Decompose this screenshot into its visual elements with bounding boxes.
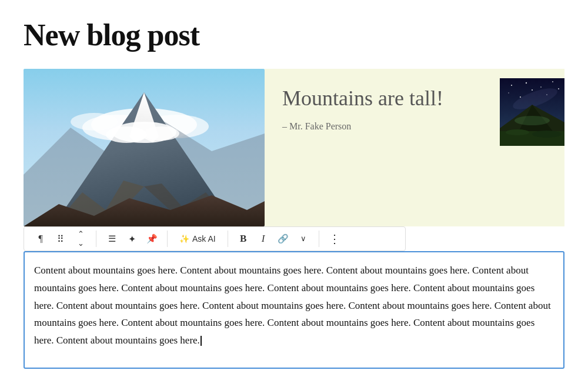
options-button[interactable]: ⋮ — [325, 229, 344, 248]
svg-point-19 — [508, 92, 509, 93]
divider-1 — [96, 231, 96, 247]
media-row: Mountains are tall! – Mr. Fake Person — [24, 69, 564, 226]
sparkle-icon: ✨ — [179, 234, 189, 243]
svg-point-4 — [71, 113, 118, 131]
align-button[interactable]: ☰ — [102, 229, 121, 248]
page-title: New blog post — [24, 18, 564, 52]
more-format-button[interactable]: ∨ — [294, 229, 313, 248]
svg-point-16 — [526, 82, 527, 84]
ask-ai-label: Ask AI — [192, 234, 216, 243]
svg-point-9 — [106, 126, 147, 143]
svg-point-18 — [552, 81, 553, 82]
svg-point-29 — [506, 129, 529, 135]
toolbar-group-transform: ☰ ✦ 📌 — [100, 229, 163, 248]
svg-point-22 — [520, 96, 521, 98]
svg-point-15 — [511, 85, 512, 86]
svg-point-17 — [540, 86, 542, 88]
drag-button[interactable]: ⠿ — [51, 229, 70, 248]
move-button[interactable]: ⌃⌄ — [71, 229, 90, 248]
ask-ai-button[interactable]: ✨ Ask AI — [173, 229, 222, 248]
transform-button[interactable]: ✦ — [122, 229, 141, 248]
quote-block: Mountains are tall! – Mr. Fake Person — [265, 69, 564, 226]
italic-button[interactable]: I — [254, 229, 273, 248]
svg-point-10 — [144, 126, 179, 141]
toolbar-wrapper: ¶ ⠿ ⌃⌄ ☰ ✦ 📌 ✨ Ask AI B — [24, 226, 564, 251]
toolbar-group-block: ¶ ⠿ ⌃⌄ — [29, 229, 92, 248]
divider-4 — [319, 231, 319, 247]
quote-thumbnail — [500, 78, 564, 146]
content-area: Mountains are tall! – Mr. Fake Person — [24, 69, 564, 369]
toolbar-group-format: B I 🔗 ∨ — [232, 229, 315, 248]
divider-3 — [228, 231, 228, 247]
svg-point-27 — [514, 116, 550, 125]
pin-button[interactable]: 📌 — [142, 229, 161, 248]
divider-2 — [167, 231, 168, 247]
bold-button[interactable]: B — [234, 229, 253, 248]
paragraph-button[interactable]: ¶ — [31, 229, 50, 248]
link-button[interactable]: 🔗 — [274, 229, 293, 248]
formatting-toolbar: ¶ ⠿ ⌃⌄ ☰ ✦ 📌 ✨ Ask AI B — [24, 226, 406, 251]
mountain-image — [24, 69, 265, 226]
mountain-image-block — [24, 69, 265, 226]
text-content: Content about mountains goes here. Conte… — [34, 265, 551, 346]
svg-point-30 — [532, 131, 562, 138]
svg-point-20 — [532, 89, 533, 91]
text-cursor — [201, 336, 202, 346]
text-content-block[interactable]: Content about mountains goes here. Conte… — [24, 251, 564, 369]
svg-point-23 — [558, 88, 559, 89]
toolbar-group-ai: ✨ Ask AI — [171, 229, 224, 248]
toolbar-group-options: ⋮ — [323, 229, 346, 248]
